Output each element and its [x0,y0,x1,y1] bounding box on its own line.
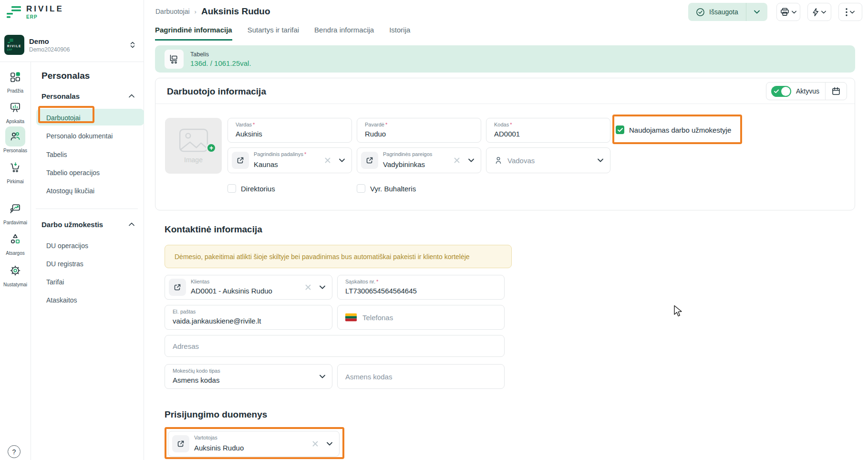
saskaitos-nr-field[interactable]: Sąskaitos nr.* LT7300654564564645 [337,275,505,300]
sidebar-item-du-operacijos[interactable]: DU operacijos [46,242,88,250]
clear-icon[interactable] [305,284,311,290]
padalinys-value: Kaunas [254,160,278,168]
chevron-down-icon[interactable] [327,442,332,446]
employee-image-upload[interactable]: Image + [165,118,222,174]
chevron-down-icon [754,10,760,14]
sidebar-title: Personalas [41,71,90,81]
rail-item-pardavimai[interactable]: Pardavimai [0,199,31,225]
tabelis-banner[interactable]: Tabelis 136d. / 1061.25val. [155,45,855,73]
quick-actions-button[interactable] [807,3,831,21]
printer-icon [780,8,789,16]
chevron-up-icon[interactable] [129,222,134,226]
mokesciu-label: Mokesčių kodo tipas [173,368,220,374]
tab-pagrindine-informacija[interactable]: Pagrindinė informacija [155,26,232,41]
rail-label: Personalas [3,148,27,153]
checkbox-checked[interactable] [616,125,624,134]
login-section-title: Prisijungimo duomenys [165,409,267,420]
open-link-button[interactable] [169,279,186,296]
chevron-down-icon[interactable] [320,375,325,378]
adresas-field[interactable]: Adresas [165,335,505,357]
active-toggle[interactable] [771,86,791,97]
chevron-down-icon [821,10,826,14]
checkbox-unchecked[interactable] [357,184,365,193]
tab-bendra-informacija[interactable]: Bendra informacija [314,26,374,41]
checkbox-unchecked[interactable] [227,184,236,193]
saved-button[interactable]: Išsaugota [688,8,746,17]
sidebar-item-tarifai[interactable]: Tarifai [46,278,64,286]
padalinys-field[interactable]: Pagrindinis padalinys* Kaunas [227,147,352,173]
sidebar-item-ataskaitos[interactable]: Ataskaitos [46,296,77,304]
rail-label: Atsargos [6,251,24,256]
vartotojas-field[interactable]: Vartotojas Auksinis Ruduo [168,431,340,457]
klientas-label: Klientas [191,279,209,284]
sidebar-item-du-registras[interactable]: DU registras [46,260,83,268]
chevron-down-icon [850,10,855,14]
calendar-icon [832,87,840,95]
brand-logo[interactable]: RIVILE ERP [6,5,64,20]
org-sorter-icon[interactable] [129,41,136,49]
pareigos-label: Pagrindinės pareigos [383,151,432,157]
more-options-button[interactable] [838,3,862,21]
chevron-down-icon[interactable] [468,158,474,162]
kodas-field[interactable]: Kodas* AD0001 [486,118,610,143]
required-asterisk: * [385,122,387,127]
sidebar-section-darbo-uzmokestis[interactable]: Darbo užmokestis [41,220,103,229]
rail-label: Apskaita [6,119,24,124]
shapes-icon [10,233,21,245]
saved-dropdown-button[interactable] [746,10,767,14]
check-circle-icon [696,8,705,17]
klientas-field[interactable]: Klientas AD0001 - Auksinis Ruduo [165,275,332,300]
open-link-button[interactable] [172,435,189,452]
rail-item-pirkimai[interactable]: Pirkimai [0,157,31,184]
sidebar-item-tabelio-operacijos[interactable]: Tabelio operacijos [46,169,100,177]
el-pastas-field[interactable]: El. paštas vaida.jankauskiene@rivile.lt [165,305,332,330]
rail-item-personalas[interactable]: Personalas [0,126,31,153]
rail-item-nustatymai[interactable]: Nustatymai [0,261,31,287]
sidebar-item-atostogu-likuciai[interactable]: Atostogų likučiai [46,187,94,195]
print-button[interactable] [776,3,800,21]
buhalteris-checkbox[interactable]: Vyr. Buhalteris [357,184,416,193]
chevron-down-icon[interactable] [598,158,603,162]
clear-icon[interactable] [325,157,331,163]
pareigos-field[interactable]: Pagrindinės pareigos Vadybininkas [357,147,481,173]
help-button[interactable]: ? [8,445,21,458]
chevron-down-icon [792,10,796,14]
vardas-value: Auksinis [236,130,262,138]
direktorius-checkbox[interactable]: Direktorius [227,184,275,193]
sidebar-item-tabelis[interactable]: Tabelis [46,151,67,158]
pavarde-field[interactable]: Pavardė* Ruduo [357,118,481,143]
saved-split-button: Išsaugota [688,3,767,21]
open-link-button[interactable] [361,152,378,169]
calendar-button[interactable] [826,83,847,100]
clear-icon[interactable] [312,441,318,447]
kodas-label: Kodas [494,122,509,127]
mokesciu-kodo-tipas-field[interactable]: Mokesčių kodo tipas Asmens kodas [165,364,332,389]
sidebar-section-personalas[interactable]: Personalas [41,92,80,100]
clear-icon[interactable] [454,157,460,163]
org-avatar-logo-icon [7,39,14,43]
breadcrumb-parent[interactable]: Darbuotojai [155,8,190,15]
sidebar-divider [36,209,138,209]
rail-item-pradzia[interactable]: Pradžia [0,67,31,94]
rail-item-atsargos[interactable]: Atsargos [0,229,31,256]
org-selector[interactable]: RIVILE ERP Demo Demo20240906 [4,33,140,56]
sidebar-item-darbuotojai[interactable]: Darbuotojai [46,114,81,122]
sidebar-item-personalo-dokumentai[interactable]: Personalo dokumentai [46,132,113,140]
chevron-up-icon[interactable] [129,94,134,98]
tab-sutartys-ir-tarifai[interactable]: Sutartys ir tarifai [248,26,299,41]
chevron-down-icon[interactable] [320,285,325,289]
add-image-badge[interactable]: + [206,143,217,153]
rail-item-apskaita[interactable]: Apskaita [0,97,31,124]
telefonas-field[interactable]: Telefonas [337,305,505,330]
required-asterisk: * [510,122,512,127]
vardas-field[interactable]: Vardas* Auksinis [227,118,352,143]
trolley-icon [169,54,179,64]
vadovas-field[interactable]: Vadovas [486,147,610,173]
chevron-down-icon[interactable] [339,158,345,162]
kodas-value: AD0001 [494,130,520,138]
open-link-button[interactable] [232,152,249,169]
rail-label: Pardavimai [3,220,27,225]
tab-istorija[interactable]: Istorija [389,26,410,41]
asmens-kodas-field[interactable]: Asmens kodas [337,364,505,389]
payroll-checkbox[interactable]: Naudojamas darbo užmokestyje [616,125,731,134]
